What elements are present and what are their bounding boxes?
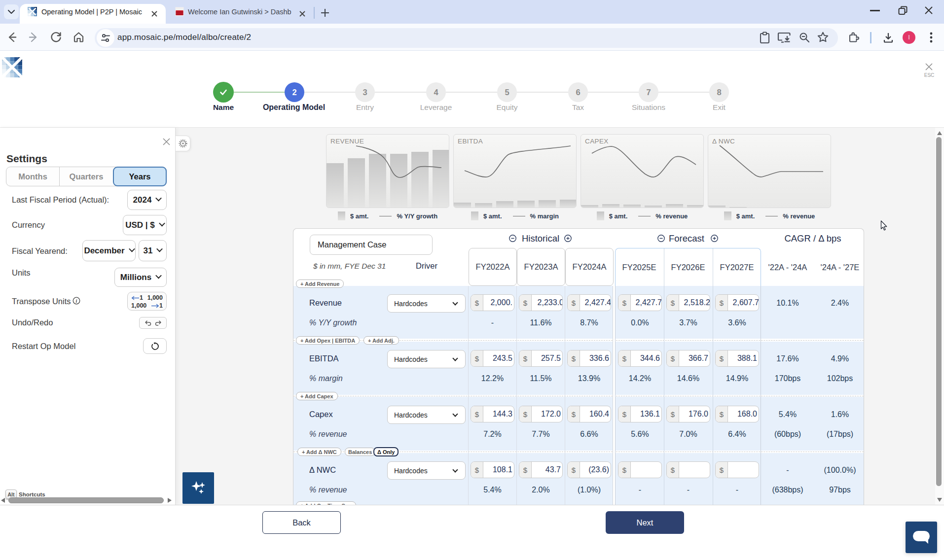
svg-text:i: i	[76, 298, 77, 304]
